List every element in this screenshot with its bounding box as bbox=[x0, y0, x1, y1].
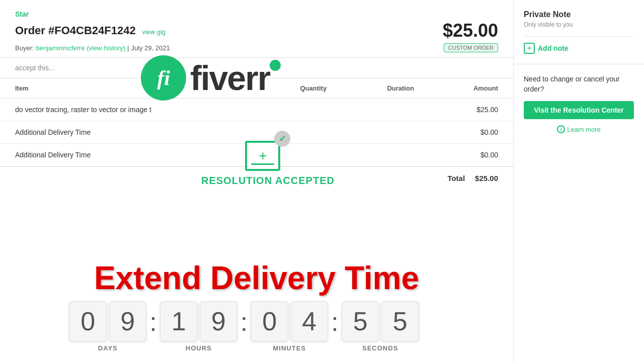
order-price: $25.00 bbox=[443, 20, 498, 41]
order-title-row: Order #FO4CB24F1242 view gig $25.00 bbox=[15, 20, 498, 41]
separator-2: : bbox=[237, 307, 251, 347]
countdown-seconds-group: 5 5 SECONDS bbox=[342, 301, 419, 352]
row1-amount: $25.00 bbox=[429, 99, 513, 121]
private-note-title: Private Note bbox=[524, 10, 634, 19]
row3-duration bbox=[342, 144, 429, 166]
private-note-subtitle: Only visible to you bbox=[524, 21, 634, 28]
hours-digit-1: 9 bbox=[200, 301, 237, 341]
left-panel: Star Order #FO4CB24F1242 view gig $25.00… bbox=[0, 0, 513, 362]
col-header-amount: Amount bbox=[429, 78, 513, 99]
resolution-center-section: Need to change or cancel your order? Vis… bbox=[514, 64, 644, 362]
order-id: Order #FO4CB24F1242 bbox=[15, 24, 136, 37]
row3-amount: $0.00 bbox=[429, 144, 513, 166]
divider bbox=[524, 36, 634, 37]
table-row: Additional Delivery Time $0.00 bbox=[0, 144, 513, 166]
countdown-days-group: 0 9 DAYS bbox=[69, 301, 146, 352]
resolution-question: Need to change or cancel your order? bbox=[524, 74, 634, 94]
learn-more-link[interactable]: i Learn more bbox=[524, 125, 634, 133]
minutes-digit-1: 4 bbox=[290, 301, 328, 341]
visit-resolution-button[interactable]: Visit the Resolution Center bbox=[524, 101, 634, 119]
buyer-label: Buyer: bbox=[15, 44, 34, 52]
col-header-duration: Duration bbox=[342, 78, 429, 99]
countdown-minutes-group: 0 4 MINUTES bbox=[251, 301, 328, 352]
add-note-button[interactable]: + Add note bbox=[524, 43, 569, 54]
order-id-group: Order #FO4CB24F1242 view gig bbox=[15, 24, 166, 37]
buyer-row: Buyer: benjaminmcferre (view history) | … bbox=[15, 43, 498, 52]
buyer-name[interactable]: benjaminmcferre bbox=[36, 44, 85, 52]
order-date-separator: | bbox=[127, 44, 129, 52]
col-header-quantity: Quantity bbox=[255, 78, 342, 99]
extend-delivery-text: Extend Delivery Time bbox=[0, 259, 513, 297]
table-row: do vector tracing, raster to vector or i… bbox=[0, 99, 513, 121]
learn-more-text: Learn more bbox=[567, 126, 600, 133]
row2-amount: $0.00 bbox=[429, 121, 513, 144]
accept-text: accept this... bbox=[0, 58, 513, 78]
add-note-label: Add note bbox=[538, 44, 569, 52]
row1-duration bbox=[342, 99, 429, 121]
row2-duration bbox=[342, 121, 429, 144]
right-panel: Private Note Only visible to you + Add n… bbox=[513, 0, 644, 362]
view-history-link[interactable]: (view history) bbox=[87, 44, 125, 52]
minutes-digit-0: 0 bbox=[251, 301, 288, 341]
minutes-label: MINUTES bbox=[273, 344, 306, 352]
info-icon: i bbox=[557, 125, 565, 133]
table-header-row: Item Quantity Duration Amount bbox=[0, 78, 513, 99]
row3-quantity bbox=[255, 144, 342, 166]
countdown-hours-group: 1 9 HOURS bbox=[160, 301, 237, 352]
hours-label: HOURS bbox=[186, 344, 212, 352]
countdown-timer: 0 9 DAYS : 1 9 HOURS : 0 4 MINUTES bbox=[0, 301, 488, 362]
extend-delivery-overlay: Extend Delivery Time bbox=[0, 259, 513, 297]
countdown-hours-digits: 1 9 bbox=[160, 301, 237, 341]
countdown-seconds-digits: 5 5 bbox=[342, 301, 419, 341]
separator-3: : bbox=[328, 307, 341, 347]
main-container: Star Order #FO4CB24F1242 view gig $25.00… bbox=[0, 0, 644, 362]
row2-quantity bbox=[255, 121, 342, 144]
custom-order-badge: CUSTOM ORDER bbox=[444, 43, 498, 52]
row2-item: Additional Delivery Time bbox=[0, 121, 255, 144]
add-note-icon: + bbox=[524, 43, 535, 54]
row1-quantity bbox=[255, 99, 342, 121]
seconds-label: SECONDS bbox=[362, 344, 398, 352]
total-label: Total bbox=[447, 174, 465, 183]
view-gig-link[interactable]: view gig bbox=[142, 28, 166, 36]
row1-item: do vector tracing, raster to vector or i… bbox=[0, 99, 255, 121]
private-note-section: Private Note Only visible to you + Add n… bbox=[514, 0, 644, 64]
order-header: Star Order #FO4CB24F1242 view gig $25.00… bbox=[0, 0, 513, 58]
hours-digit-0: 1 bbox=[160, 301, 198, 341]
col-header-item: Item bbox=[0, 78, 255, 99]
total-value: $25.00 bbox=[475, 174, 498, 183]
total-row: Total $25.00 bbox=[0, 166, 513, 190]
order-date: July 29, 2021 bbox=[131, 44, 170, 52]
days-label: DAYS bbox=[98, 344, 118, 352]
table-row: Additional Delivery Time $0.00 bbox=[0, 121, 513, 144]
days-digit-1: 9 bbox=[109, 301, 146, 341]
star-label: Star bbox=[15, 10, 498, 18]
row3-item: Additional Delivery Time bbox=[0, 144, 255, 166]
countdown-days-digits: 0 9 bbox=[69, 301, 146, 341]
separator-1: : bbox=[146, 307, 159, 347]
countdown-minutes-digits: 0 4 bbox=[251, 301, 328, 341]
days-digit-0: 0 bbox=[69, 301, 107, 341]
order-table: Item Quantity Duration Amount do vector … bbox=[0, 78, 513, 166]
seconds-digit-0: 5 bbox=[342, 301, 379, 341]
seconds-digit-1: 5 bbox=[381, 301, 419, 341]
